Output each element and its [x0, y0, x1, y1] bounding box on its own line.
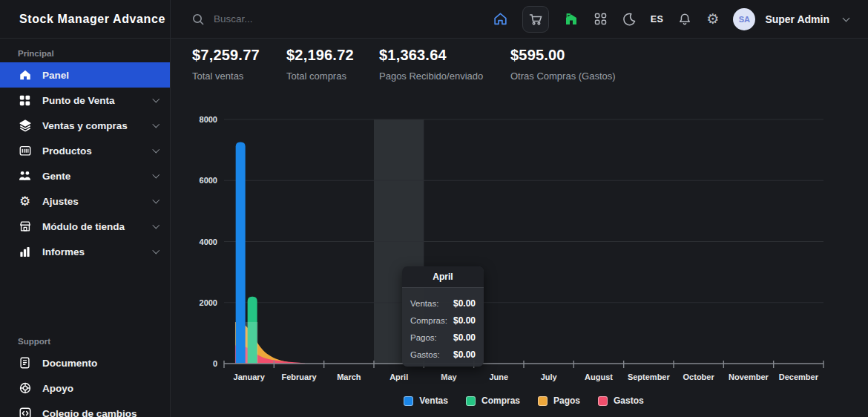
legend-item-pagos[interactable]: Pagos	[538, 395, 580, 406]
legend-label: Gastos	[614, 395, 644, 406]
x-axis-label: March	[337, 372, 361, 381]
people-icon	[18, 169, 32, 183]
y-axis-label: 0	[213, 359, 217, 368]
bar-ventas-january[interactable]	[236, 142, 246, 364]
sidebar-item-label: Punto de Venta	[42, 95, 143, 106]
section-label: Principal	[0, 39, 170, 62]
sidebar-item-label: Apoyo	[42, 383, 158, 394]
legend-swatch	[404, 396, 413, 406]
sidebar-item-label: Productos	[42, 145, 143, 157]
cart-icon[interactable]	[522, 6, 549, 33]
topbar: Stock Manager Advance	[0, 0, 868, 39]
topbar-actions: ES ⚙ SA Super Admin	[493, 6, 868, 33]
home-icon[interactable]	[493, 11, 508, 27]
chevron-down-icon	[152, 197, 159, 203]
sidebar-item-ventas-y-compras[interactable]: Ventas y compras	[0, 113, 170, 138]
search-bar[interactable]	[191, 13, 392, 26]
sidebar-item-label: Panel	[42, 70, 158, 81]
grid-icon[interactable]	[594, 12, 608, 26]
layers-icon	[18, 119, 32, 132]
sidebar-item-label: Ventas y compras	[42, 120, 143, 131]
sidebar-item-label: Documento	[42, 358, 158, 369]
legend-label: Ventas	[419, 395, 448, 406]
y-axis-label: 4000	[200, 237, 217, 246]
chevron-down-icon	[152, 171, 159, 178]
legend-item-gastos[interactable]: Gastos	[598, 395, 644, 406]
x-axis-label: December	[779, 372, 819, 381]
gear-icon: ⚙	[18, 195, 32, 208]
area-overlay	[246, 322, 258, 364]
search-input[interactable]	[214, 13, 392, 24]
x-axis-label: October	[683, 372, 715, 381]
sidebar-item-punto-de-venta[interactable]: Punto de Venta	[0, 88, 170, 113]
stat-label: Pagos Recibido/enviado	[379, 70, 483, 82]
sidebar-item-apoyo[interactable]: Apoyo	[0, 375, 170, 401]
search-icon	[191, 13, 205, 26]
stat-value: $1,363.64	[379, 47, 483, 64]
sales-purchases-chart[interactable]: 02000400060008000JanuaryFebruaryMarchApr…	[171, 104, 868, 417]
globe-icon	[18, 381, 32, 395]
store-icon	[18, 220, 32, 233]
legend-swatch	[466, 396, 476, 406]
chart-canvas[interactable]: 02000400060008000JanuaryFebruaryMarchApr…	[171, 104, 868, 390]
x-axis-label: September	[628, 372, 671, 381]
store-icon[interactable]	[563, 11, 579, 27]
gear-icon[interactable]: ⚙	[706, 12, 719, 26]
barcode-icon	[18, 144, 32, 157]
chevron-down-icon	[152, 247, 159, 254]
sidebar: PrincipalPanelPunto de VentaVentas y com…	[0, 39, 171, 417]
tooltip-body: Ventas:$0.00Compras:$0.00Pagos:$0.00Gast…	[402, 288, 484, 367]
bell-icon[interactable]	[677, 12, 692, 27]
app-title: Stock Manager Advance	[19, 13, 165, 26]
moon-icon[interactable]	[622, 12, 637, 27]
tooltip-row: Ventas:$0.00	[410, 292, 476, 309]
x-axis-label: August	[585, 372, 613, 381]
sidebar-item-colegio-de-cambios[interactable]: Colegio de cambios	[0, 401, 170, 417]
tooltip-row: Pagos:$0.00	[410, 326, 476, 343]
sidebar-item-m-dulo-de-tienda[interactable]: Módulo de tienda	[0, 214, 170, 239]
sidebar-item-gente[interactable]: Gente	[0, 163, 170, 188]
legend-swatch	[538, 396, 548, 406]
avatar[interactable]: SA	[733, 8, 755, 30]
tooltip-title: April	[402, 266, 484, 288]
sidebar-item-label: Ajustes	[42, 196, 143, 207]
x-axis-label: February	[281, 372, 317, 381]
stat-card: $2,196.72Total compras	[286, 47, 354, 82]
chart-tooltip: April Ventas:$0.00Compras:$0.00Pagos:$0.…	[402, 266, 484, 367]
chevron-down-icon	[152, 146, 159, 153]
x-axis-label: June	[489, 372, 508, 381]
chevron-down-icon	[152, 96, 159, 102]
main-content: $7,259.77Total ventas$2,196.72Total comp…	[171, 39, 868, 417]
y-axis-label: 2000	[200, 298, 217, 307]
chevron-down-icon	[152, 222, 159, 229]
sidebar-item-label: Gente	[42, 171, 143, 182]
sidebar-item-label: Módulo de tienda	[42, 221, 143, 232]
x-axis-label: November	[729, 372, 769, 381]
app-logo-area[interactable]: Stock Manager Advance	[0, 0, 171, 39]
x-axis-label: July	[541, 372, 558, 381]
section-label: Support	[0, 326, 170, 350]
stat-card: $595.00Otras Compras (Gastos)	[510, 47, 616, 82]
sidebar-item-documento[interactable]: Documento	[0, 350, 170, 375]
sidebar-item-informes[interactable]: Informes	[0, 239, 170, 264]
legend-item-compras[interactable]: Compras	[466, 395, 520, 406]
exchange-icon	[18, 407, 32, 417]
stat-card: $1,363.64Pagos Recibido/enviado	[379, 47, 483, 82]
sidebar-item-panel[interactable]: Panel	[0, 62, 170, 88]
sidebar-item-productos[interactable]: Productos	[0, 138, 170, 163]
user-name[interactable]: Super Admin	[765, 13, 829, 25]
stat-card: $7,259.77Total ventas	[192, 47, 260, 82]
stat-value: $2,196.72	[286, 47, 354, 64]
stat-label: Total compras	[286, 70, 354, 82]
tooltip-row: Gastos:$0.00	[410, 343, 476, 360]
legend-label: Compras	[481, 395, 520, 406]
barchart-icon	[18, 246, 32, 258]
x-axis-label: April	[389, 372, 408, 381]
chevron-down-icon[interactable]	[843, 14, 850, 22]
document-icon	[18, 356, 32, 370]
grid-icon	[18, 94, 32, 107]
sidebar-item-ajustes[interactable]: ⚙Ajustes	[0, 188, 170, 214]
tooltip-row: Compras:$0.00	[410, 309, 476, 326]
language-selector[interactable]: ES	[651, 14, 664, 24]
legend-item-ventas[interactable]: Ventas	[404, 395, 448, 406]
